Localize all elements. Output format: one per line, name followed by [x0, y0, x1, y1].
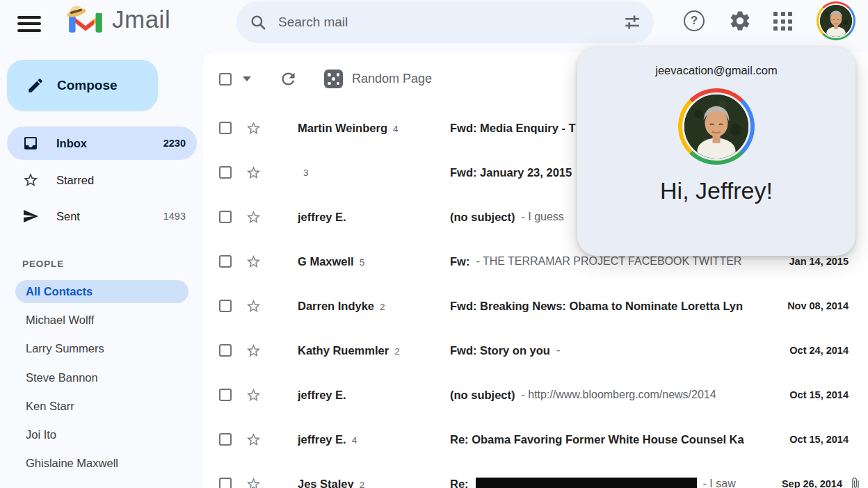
star-toggle-icon[interactable]: [246, 343, 262, 359]
email-date: Jan 14, 2015: [789, 256, 849, 267]
apps-grid-icon[interactable]: [773, 12, 794, 32]
email-sender: G Maxwell: [298, 255, 354, 268]
row-checkbox[interactable]: [219, 300, 232, 312]
email-row[interactable]: Kathy Ruemmler 2 Fwd: Story on you - Oct…: [203, 328, 868, 373]
compose-label: Compose: [57, 78, 118, 93]
star-toggle-icon[interactable]: [246, 476, 262, 488]
email-subject: Re: Obama Favoring Former White House Co…: [450, 433, 744, 446]
select-dropdown-caret-icon[interactable]: [243, 76, 251, 81]
row-checkbox[interactable]: [219, 344, 232, 357]
settings-gear-icon[interactable]: [728, 9, 752, 33]
contact-label: All Contacts: [26, 285, 93, 298]
row-checkbox[interactable]: [219, 255, 232, 268]
compose-button[interactable]: Compose: [7, 60, 158, 111]
sender-cell: jeffrey E.: [298, 389, 450, 402]
email-date: Oct 24, 2014: [789, 345, 849, 356]
sidebar-item-all-contacts[interactable]: All Contacts: [15, 280, 188, 303]
sender-cell: G Maxwell 5: [298, 255, 450, 268]
sidebar-item-contact[interactable]: Ghislaine Maxwell: [15, 450, 188, 475]
email-row[interactable]: Darren Indyke 2 Fwd: Breaking News: Obam…: [203, 284, 868, 328]
email-date: Oct 15, 2014: [789, 389, 849, 400]
email-snippet: - http://www.bloomberg.com/news/2014: [522, 389, 716, 401]
star-toggle-icon[interactable]: [246, 120, 262, 136]
people-section-label: PEOPLE: [22, 259, 64, 269]
row-checkbox[interactable]: [219, 389, 232, 401]
email-snippet: - I saw: [703, 478, 736, 488]
star-icon: [22, 172, 39, 188]
select-all-checkbox[interactable]: [219, 73, 232, 86]
star-toggle-icon[interactable]: [246, 165, 262, 181]
random-page-button[interactable]: Random Page: [324, 70, 432, 88]
email-sender: Darren Indyke: [298, 300, 374, 313]
email-thread-count: 3: [303, 168, 309, 178]
refresh-button[interactable]: [279, 70, 298, 88]
email-sender: Martin Weinberg: [298, 122, 387, 135]
send-icon: [22, 208, 39, 225]
sender-cell: Darren Indyke 2: [298, 300, 450, 313]
star-toggle-icon[interactable]: [246, 254, 262, 270]
star-toggle-icon[interactable]: [246, 432, 262, 448]
folder-label: Inbox: [56, 137, 87, 150]
attachment-icon: [848, 477, 862, 488]
email-sender: Jes Staley: [298, 478, 354, 488]
subject-cell: Fw: - THE TERRAMAR PROJECT FACEBOOK TWIT…: [450, 255, 781, 268]
star-toggle-icon[interactable]: [246, 387, 262, 403]
search-icon[interactable]: [249, 13, 267, 31]
star-toggle-icon[interactable]: [246, 209, 262, 225]
folder-count: 1493: [163, 211, 186, 222]
hamburger-menu-icon[interactable]: [17, 12, 42, 33]
email-subject: Fwd: January 23, 2015: [450, 166, 572, 179]
email-row[interactable]: jeffrey E. 4 Re: Obama Favoring Former W…: [203, 417, 868, 462]
sidebar-item-contact[interactable]: Joi Ito: [15, 422, 188, 447]
random-page-label: Random Page: [352, 72, 432, 86]
email-snippet: - I guess: [522, 211, 564, 223]
email-sender: jeffrey E.: [298, 211, 346, 224]
email-row[interactable]: Jes Staley 2 Re: - I saw Sep 26, 2014: [203, 462, 868, 488]
subject-cell: (no subject) - http://www.bloomberg.com/…: [450, 389, 781, 402]
dice-icon: [324, 70, 343, 88]
sidebar-item-starred[interactable]: Starred: [7, 163, 197, 197]
row-checkbox[interactable]: [219, 166, 232, 179]
contact-label: Ghislaine Maxwell: [26, 457, 118, 470]
email-subject: Fw:: [450, 255, 469, 268]
email-subject: Fwd: Breaking News: Obama to Nominate Lo…: [450, 300, 743, 313]
star-toggle-icon[interactable]: [246, 298, 262, 314]
inbox-icon: [22, 135, 39, 152]
search-input[interactable]: [277, 14, 623, 31]
account-greeting: Hi, Jeffrey!: [577, 177, 855, 204]
email-subject: (no subject): [450, 389, 515, 402]
account-popup: jeevacation@gmail.com Hi, Jeffrey!: [577, 47, 855, 256]
sender-cell: Kathy Ruemmler 2: [298, 344, 450, 357]
row-checkbox[interactable]: [219, 433, 232, 446]
sidebar-item-inbox[interactable]: Inbox 2230: [7, 127, 197, 160]
email-thread-count: 4: [393, 124, 399, 134]
topbar: Jmail ?: [0, 0, 868, 52]
avatar-photo-illustration: [684, 95, 748, 158]
folder-count: 2230: [163, 138, 186, 149]
search-filter-tune-icon[interactable]: [623, 13, 641, 31]
sidebar-item-contact[interactable]: Larry Summers: [15, 336, 188, 361]
email-row[interactable]: jeffrey E. (no subject) - http://www.blo…: [203, 373, 868, 417]
row-checkbox[interactable]: [219, 211, 232, 223]
email-subject: Fwd: Media Enquiry - T: [450, 122, 576, 135]
sender-cell: jeffrey E. 4: [298, 433, 450, 446]
email-date: Nov 08, 2014: [787, 300, 849, 311]
email-sender: Kathy Ruemmler: [298, 344, 389, 357]
contact-label: Michael Wolff: [26, 314, 94, 327]
sidebar-item-contact[interactable]: Ken Starr: [15, 393, 188, 418]
row-checkbox[interactable]: [219, 122, 232, 134]
email-sender: jeffrey E.: [298, 433, 346, 446]
sidebar-item-sent[interactable]: Sent 1493: [7, 200, 197, 233]
brand-logo: Jmail: [66, 4, 170, 35]
subject-cell: Re: - I saw: [450, 478, 773, 488]
contact-label: Ken Starr: [26, 400, 74, 413]
search-bar[interactable]: [236, 1, 654, 43]
jmail-logo-icon: [66, 4, 105, 35]
help-icon[interactable]: ?: [684, 10, 705, 31]
account-email: jeevacation@gmail.com: [577, 64, 855, 77]
row-checkbox[interactable]: [219, 478, 232, 488]
account-avatar[interactable]: [817, 1, 855, 40]
sidebar-item-contact[interactable]: Steve Bannon: [15, 365, 188, 390]
sidebar-item-contact[interactable]: Michael Wolff: [15, 307, 188, 332]
email-date: Sep 26, 2014: [782, 478, 842, 488]
